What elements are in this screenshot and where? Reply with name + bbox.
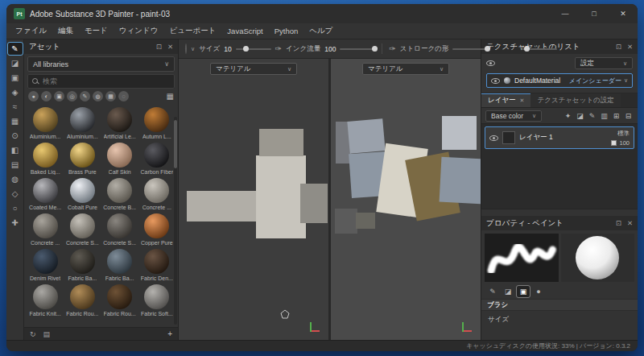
layer-opacity[interactable]: 100 xyxy=(619,139,630,147)
brush-tip-preview[interactable] xyxy=(185,43,187,54)
menu-item[interactable]: Python xyxy=(269,27,304,35)
material-item[interactable]: Copper Pure xyxy=(138,212,175,246)
tool-button[interactable]: ⊙ xyxy=(8,130,23,142)
viewport-3d-mode-dropdown[interactable]: マテリアル ∨ xyxy=(210,63,297,75)
menu-item[interactable]: ビューポート xyxy=(163,26,221,36)
material-item[interactable]: Concrete S... xyxy=(101,212,138,246)
channel-dropdown[interactable]: Base color ∨ xyxy=(485,110,542,122)
material-item[interactable]: Fabric Soft... xyxy=(138,283,175,317)
material-item[interactable]: Aluminium... xyxy=(64,106,101,140)
material-item[interactable]: Fabric Rou... xyxy=(64,283,101,317)
layer-blend-mode[interactable]: 標準 xyxy=(617,130,630,138)
material-item[interactable]: Autumn L... xyxy=(138,106,175,140)
brush-mode-icon[interactable]: ✎ xyxy=(486,286,499,297)
tool-button[interactable]: ▤ xyxy=(8,159,23,171)
layer-row[interactable]: レイヤー 1 標準 100 xyxy=(485,126,634,149)
menu-item[interactable]: JavaScript xyxy=(221,27,268,35)
tool-button[interactable]: ◈ xyxy=(8,86,23,98)
axis-gizmo[interactable] xyxy=(306,319,320,333)
window-control-button[interactable]: — xyxy=(551,4,580,23)
asset-filter-icon[interactable]: ◐ xyxy=(41,91,52,101)
asset-filter-icon[interactable]: ▦ xyxy=(105,91,116,101)
panel-close-icon[interactable]: ✕ xyxy=(627,219,633,227)
brush-mode-icon[interactable]: ● xyxy=(532,286,545,297)
refresh-icon[interactable]: ↻ xyxy=(30,330,36,338)
tool-button[interactable]: ▣ xyxy=(8,72,23,84)
material-item[interactable]: Carbon Fiber xyxy=(138,141,175,176)
assets-scrollbar[interactable] xyxy=(174,117,177,325)
chevron-down-icon[interactable]: ∨ xyxy=(191,46,195,52)
panel-menu-icon[interactable]: ⊡ xyxy=(156,43,162,51)
stroke-slider[interactable] xyxy=(452,44,488,53)
search-input[interactable] xyxy=(43,77,170,85)
window-control-button[interactable]: ✕ xyxy=(609,4,638,23)
layer-tool-icon[interactable]: ◪ xyxy=(575,112,585,120)
grid-view-icon[interactable]: ▦ xyxy=(167,92,174,101)
tool-button[interactable]: ◇ xyxy=(8,188,23,200)
material-item[interactable]: Denim Rivet xyxy=(27,247,64,282)
pressure-pen-icon[interactable]: ✑ xyxy=(275,44,282,53)
axis-gizmo[interactable] xyxy=(458,319,473,333)
spacing-slider[interactable] xyxy=(522,44,557,53)
panel-menu-icon[interactable]: ⊡ xyxy=(616,219,621,227)
asset-filter-icon[interactable]: ▣ xyxy=(54,91,64,101)
material-item[interactable]: Concrete S... xyxy=(64,212,101,246)
menu-item[interactable]: ヘルプ xyxy=(303,26,338,36)
asset-filter-icon[interactable]: ◌ xyxy=(118,91,129,101)
brush-mode-icon[interactable]: ◪ xyxy=(502,286,514,297)
panel-close-icon[interactable]: ✕ xyxy=(167,43,173,51)
material-item[interactable]: Brass Pure xyxy=(64,141,101,176)
pressure-pen-icon[interactable]: ✑ xyxy=(389,44,395,53)
menu-item[interactable]: ファイル xyxy=(10,26,52,36)
tab-layers[interactable]: レイヤー ✕ xyxy=(481,93,530,107)
viewport-3d[interactable]: マテリアル ∨ xyxy=(179,59,331,340)
material-item[interactable]: Fabric Den... xyxy=(138,247,175,282)
menu-item[interactable]: 編集 xyxy=(52,26,79,36)
viewport-2d-mode-dropdown[interactable]: マテリアル ∨ xyxy=(362,63,449,75)
asset-filter-icon[interactable]: ◎ xyxy=(67,91,77,101)
material-item[interactable]: Fabric Rou... xyxy=(101,283,138,317)
asset-filter-icon[interactable]: ✎ xyxy=(80,91,90,101)
panel-close-icon[interactable]: ✕ xyxy=(627,43,633,51)
window-control-button[interactable]: □ xyxy=(580,4,609,23)
tool-button[interactable]: ◪ xyxy=(8,57,23,69)
visibility-eye-icon[interactable] xyxy=(491,78,500,84)
texture-set-row[interactable]: DefaultMaterial メインシェーダー ∨ xyxy=(486,73,633,88)
tab-close-icon[interactable]: ✕ xyxy=(520,97,525,104)
layer-tool-icon[interactable]: ⊟ xyxy=(623,112,634,120)
visibility-eye-icon[interactable] xyxy=(486,60,495,66)
tab-texture-set-settings[interactable]: テクスチャセットの設定 xyxy=(530,93,620,107)
add-asset-button[interactable]: + xyxy=(167,329,172,338)
tool-button[interactable]: ▦ xyxy=(8,115,23,127)
flow-slider[interactable] xyxy=(340,44,375,53)
brush-mode-icon[interactable]: ▣ xyxy=(517,286,530,297)
library-dropdown[interactable]: All libraries ∨ xyxy=(27,56,175,72)
material-item[interactable]: Concrete ... xyxy=(138,176,175,211)
texture-set-settings-dropdown[interactable]: 設定 ∨ xyxy=(575,57,633,69)
layer-tool-icon[interactable]: ✎ xyxy=(587,112,597,120)
tool-button[interactable]: ≈ xyxy=(8,101,23,113)
tool-button[interactable]: ◍ xyxy=(8,173,23,185)
asset-filter-icon[interactable]: ◍ xyxy=(93,91,103,101)
material-item[interactable]: Cobalt Pure xyxy=(64,176,101,211)
layer-visibility-eye-icon[interactable] xyxy=(489,135,498,141)
main-shader-dropdown[interactable]: メインシェーダー ∨ xyxy=(569,77,628,85)
material-item[interactable]: Fabric Ba... xyxy=(64,247,101,282)
layer-tool-icon[interactable]: ✦ xyxy=(563,112,573,120)
material-item[interactable]: Aluminium... xyxy=(27,106,64,140)
material-item[interactable]: Artificial Le... xyxy=(101,106,138,140)
brush-section-header[interactable]: ブラシ xyxy=(481,299,638,311)
material-item[interactable]: Calf Skin xyxy=(101,141,138,176)
asset-filter-icon[interactable]: ● xyxy=(28,91,39,101)
shelf-icon[interactable]: ▤ xyxy=(43,330,51,338)
material-item[interactable]: Concrete ... xyxy=(27,212,64,246)
menu-item[interactable]: ウィンドウ xyxy=(114,26,164,36)
viewport-2d[interactable]: マテリアル ∨ xyxy=(331,59,481,340)
tool-button[interactable]: ◧ xyxy=(8,144,23,156)
tool-button[interactable]: ✚ xyxy=(8,217,23,229)
menu-item[interactable]: モード xyxy=(79,26,114,36)
layer-tool-icon[interactable]: ⊞ xyxy=(611,112,621,120)
asset-search[interactable] xyxy=(27,74,175,89)
material-item[interactable]: Concrete B... xyxy=(101,176,138,211)
tool-button[interactable]: ✎ xyxy=(8,43,23,55)
